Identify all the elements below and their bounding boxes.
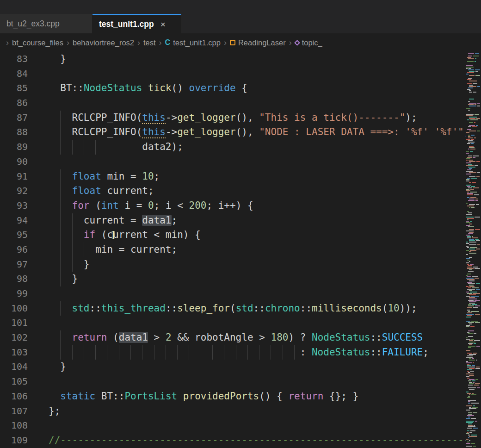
code-token: :: [300, 303, 312, 314]
code-line[interactable]: 101 [0, 316, 466, 330]
tab-bt_u2_ex3[interactable]: bt_u2_ex3.cpp [0, 14, 92, 33]
line-number[interactable]: 108 [0, 418, 28, 433]
code-area[interactable]: 83 }8485 BT::NodeStatus tick() override … [0, 52, 466, 448]
code-line[interactable]: 87 RCLCPP_INFO(this->get_logger(), "This… [0, 111, 466, 125]
code-line[interactable]: 83 } [0, 52, 466, 67]
breadcrumb-label: bt_course_files [12, 38, 63, 47]
code-line[interactable]: 108 [0, 418, 466, 433]
code-token: "This is a tick()-------" [259, 112, 405, 123]
code-line[interactable]: 85 BT::NodeStatus tick() override { [0, 81, 466, 96]
code-line[interactable]: 109//-----------------------------------… [0, 433, 466, 448]
code-line[interactable]: 105 [0, 374, 466, 389]
code-line[interactable]: 97 } [0, 257, 466, 272]
line-number[interactable]: 96 [0, 243, 28, 257]
code-line[interactable]: 102 return (data1 > 2 && robotAngle > 18… [0, 330, 466, 345]
code-line[interactable]: 90 [0, 155, 466, 169]
breadcrumb-item-readinglaser[interactable]: ReadingLaser [230, 38, 286, 47]
code-line[interactable]: 88 RCLCPP_INFO(this->get_logger(), "NODE… [0, 125, 466, 140]
breadcrumb-item-bt-course-files[interactable]: bt_course_files [12, 38, 63, 47]
code-line[interactable]: 98 } [0, 272, 466, 286]
line-number[interactable]: 86 [0, 96, 28, 111]
line-number[interactable]: 99 [0, 286, 28, 301]
minimap-line [466, 174, 471, 174]
minimap-line [467, 397, 470, 398]
minimap-line [469, 103, 476, 104]
line-number[interactable]: 102 [0, 330, 28, 345]
line-number[interactable]: 98 [0, 272, 28, 286]
line-number[interactable]: 107 [0, 404, 28, 419]
line-number[interactable]: 97 [0, 257, 28, 272]
line-number[interactable]: 84 [0, 67, 28, 81]
line-number[interactable]: 94 [0, 213, 28, 228]
minimap-line [469, 290, 472, 291]
code-line[interactable]: 94 current = data1; [0, 213, 466, 228]
code-token [142, 82, 148, 93]
minimap-line [468, 336, 473, 337]
code-line[interactable]: 89 data2); [0, 140, 466, 155]
code-line[interactable]: 92 float current; [0, 184, 466, 199]
code-token: 10 [388, 303, 399, 314]
line-number[interactable]: 106 [0, 389, 28, 404]
line-number[interactable]: 101 [0, 316, 28, 330]
code-line[interactable]: 93 for (int i = 0; i < 200; i++) { [0, 199, 466, 213]
minimap[interactable] [466, 52, 481, 448]
minimap-line [466, 65, 473, 66]
minimap-line [467, 247, 469, 248]
minimap-line [469, 253, 476, 254]
breadcrumb-item-topic-[interactable]: topic_ [295, 38, 322, 47]
minimap-line [466, 433, 469, 434]
line-number[interactable]: 100 [0, 301, 28, 316]
code-text: } [49, 360, 66, 374]
line-number[interactable]: 90 [0, 155, 28, 169]
code-line[interactable]: 100 std::this_thread::sleep_for(std::chr… [0, 301, 466, 316]
minimap-line [469, 207, 470, 208]
minimap-line [476, 249, 480, 249]
minimap-line [475, 322, 480, 323]
code-line[interactable]: 91 float min = 10; [0, 169, 466, 184]
minimap-line [477, 172, 480, 173]
code-line[interactable]: 106 static BT::PortsList providedPorts()… [0, 389, 466, 404]
line-number[interactable]: 103 [0, 345, 28, 360]
code-line[interactable]: 103 : NodeStatus::FAILURE; [0, 345, 466, 360]
minimap-line [466, 250, 469, 251]
line-number[interactable]: 85 [0, 81, 28, 96]
line-number[interactable]: 87 [0, 111, 28, 125]
code-line[interactable]: 96 min = current; [0, 243, 466, 257]
minimap-line [469, 344, 472, 345]
tab-label: test_unit1.cpp [99, 19, 154, 29]
minimap-line [467, 332, 469, 333]
code-line[interactable]: 99 [0, 286, 466, 301]
code-token: :: [370, 347, 382, 358]
minimap-line [473, 362, 474, 363]
line-number[interactable]: 95 [0, 228, 28, 243]
code-line[interactable]: 86 [0, 96, 466, 111]
breadcrumb-item-behaviortree-ros2[interactable]: behaviortree_ros2 [73, 38, 134, 47]
minimap-line [466, 278, 474, 279]
minimap-line [467, 355, 473, 356]
line-number[interactable]: 109 [0, 433, 28, 448]
minimap-line [470, 189, 474, 190]
code-token: (), [236, 126, 259, 137]
minimap-line [476, 204, 479, 205]
line-number[interactable]: 104 [0, 360, 28, 374]
close-icon[interactable]: × [160, 19, 166, 30]
breadcrumb-item-test[interactable]: test [143, 38, 156, 47]
minimap-line [475, 200, 478, 201]
code-line[interactable]: 107}; [0, 404, 466, 419]
tab-test_unit1[interactable]: test_unit1.cpp × [92, 14, 181, 33]
breadcrumb-item-test-unit1-cpp[interactable]: Ctest_unit1.cpp [165, 38, 221, 47]
minimap-line [469, 229, 474, 230]
line-number[interactable]: 83 [0, 52, 28, 67]
field-icon [294, 40, 300, 46]
line-number[interactable]: 88 [0, 125, 28, 140]
line-number[interactable]: 91 [0, 169, 28, 184]
line-number[interactable]: 89 [0, 140, 28, 155]
code-line[interactable]: 104 } [0, 360, 466, 374]
code-line[interactable]: 95 if (current < min) { [0, 228, 466, 243]
line-number[interactable]: 92 [0, 184, 28, 199]
minimap-line [467, 89, 470, 90]
line-number[interactable]: 93 [0, 199, 28, 213]
line-number[interactable]: 105 [0, 374, 28, 389]
code-line[interactable]: 84 [0, 67, 466, 81]
tab-bar: bt_u2_ex3.cpp test_unit1.cpp × [0, 0, 481, 33]
